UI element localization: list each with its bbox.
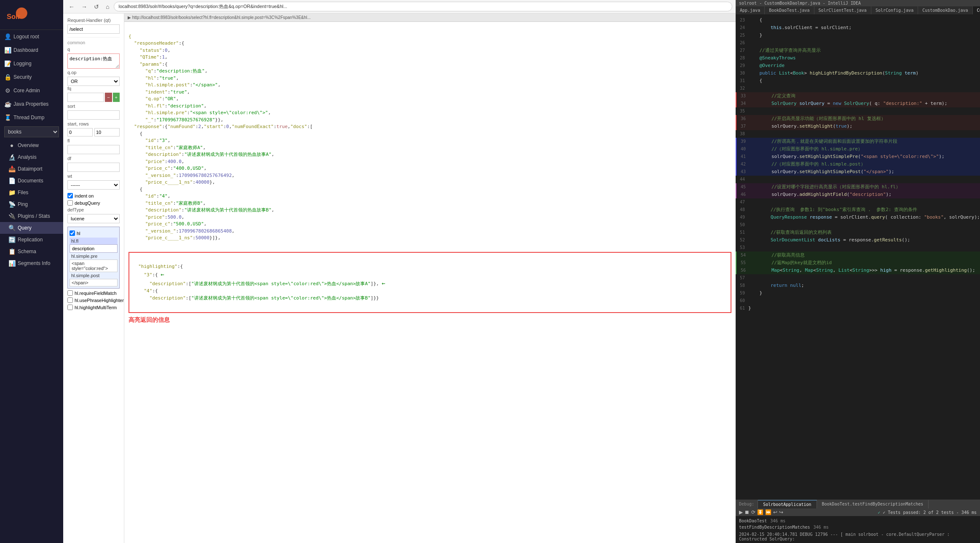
- test-result-time-2: 346 ms: [814, 525, 829, 530]
- sidebar-item-java-props[interactable]: ☕ Java Properties: [0, 97, 63, 111]
- sidebar-item-files[interactable]: 📁 Files: [0, 187, 63, 198]
- hl-description-input[interactable]: description: [70, 244, 118, 253]
- sidebar-item-dashboard[interactable]: 📊 Dashboard: [0, 43, 63, 57]
- indent-checkbox[interactable]: [67, 193, 73, 198]
- q-label: q: [67, 47, 120, 52]
- sidebar-item-segments-label: Segments Info: [18, 260, 50, 266]
- sidebar-item-security[interactable]: 🔒 Security: [0, 70, 63, 84]
- ide-title: solroot - CustomBookDaolmpr.java - Intel…: [739, 1, 861, 5]
- sidebar-item-query[interactable]: 🔍 Query: [0, 222, 63, 234]
- analysis-icon: 🔬: [8, 154, 15, 160]
- sidebar-item-replication[interactable]: 🔄 Replication: [0, 234, 63, 246]
- sidebar-item-thread-dump[interactable]: 🧵 Thread Dump: [0, 111, 63, 124]
- address-bar[interactable]: localhost:8983/solr/#/books/query?q=desc…: [114, 2, 732, 11]
- nav-home-button[interactable]: ⌂: [104, 3, 111, 11]
- sidebar-item-overview[interactable]: ● Overview: [0, 139, 63, 151]
- ide-tab-custombookdao[interactable]: CustomBookDao.java: [918, 6, 972, 14]
- code-line-50: 50: [736, 221, 980, 229]
- hl-phrase-checkbox[interactable]: [67, 297, 73, 303]
- core-admin-icon: ⚙: [4, 87, 11, 94]
- query-sidebar: Request-Handler (qt) common q descriptio…: [63, 13, 124, 543]
- sidebar-item-java-props-label: Java Properties: [13, 101, 48, 107]
- debug-step-into-btn[interactable]: ⏩: [765, 509, 771, 515]
- debug-tab-bookdao[interactable]: BookDaoTest.testFindByDescriptionMatches: [817, 500, 929, 508]
- sidebar-item-logout[interactable]: 👤 Logout root: [0, 30, 63, 43]
- sort-input[interactable]: [67, 110, 120, 120]
- common-section-label: common: [67, 37, 120, 45]
- debug-stop-btn[interactable]: ⏹: [744, 509, 750, 515]
- code-line-44: 44: [736, 176, 980, 183]
- ide-file-tabs: App.java BookDaoTest.java SolrClientTest…: [736, 6, 980, 14]
- df-input[interactable]: [67, 163, 120, 172]
- sidebar-item-files-label: Files: [18, 190, 28, 195]
- fq-input[interactable]: [67, 93, 104, 102]
- test-status: ✓ ✓ Tests passed: 2 of 2 tests - 346 ms: [878, 510, 977, 515]
- handler-input[interactable]: [67, 24, 120, 34]
- code-line-42: 42 //（对应图形界面中的 hl.simple.post）: [736, 160, 980, 168]
- code-line-60: 60: [736, 297, 980, 305]
- highlight-label: 高亮返回的信息: [129, 316, 731, 324]
- response-container: ▶ http://localhost:8983/solr/books/selec…: [124, 13, 736, 543]
- fq-remove-button[interactable]: −: [105, 93, 112, 102]
- sidebar-item-documents[interactable]: 📄 Documents: [0, 175, 63, 187]
- debug-tab-solrboot[interactable]: SolrbootApplication: [758, 500, 817, 508]
- code-line-32: 32: [736, 85, 980, 92]
- ide-tab-solrconfig[interactable]: SolrConfig.java: [871, 6, 918, 14]
- q-input[interactable]: description:热血: [67, 53, 120, 69]
- fq-add-button[interactable]: +: [113, 93, 120, 102]
- code-line-26: 26: [736, 39, 980, 47]
- response-url-bar: ▶ http://localhost:8983/solr/books/selec…: [124, 13, 736, 22]
- sidebar-item-analysis-label: Analysis: [18, 154, 37, 160]
- hl-multi-checkbox[interactable]: [67, 305, 73, 310]
- ide-tab-custombookdaoimpl[interactable]: CustomBookDaolmpr...: [973, 6, 980, 14]
- main-content: ← → ↺ ⌂ localhost:8983/solr/#/books/quer…: [63, 0, 736, 543]
- sidebar-logo: Solr: [0, 0, 63, 30]
- json-response: { "responseHeader":{ "status":0, "QTime"…: [129, 26, 731, 249]
- debug-resume-btn[interactable]: ↪: [779, 509, 783, 515]
- test-result-name-2: testFindByDescriptionMatches: [739, 525, 810, 530]
- hl-row: hl: [70, 230, 118, 236]
- core-selector[interactable]: books: [4, 126, 59, 137]
- nav-back-button[interactable]: ←: [67, 3, 77, 11]
- ide-tab-app[interactable]: App.java: [736, 6, 765, 14]
- fl-input[interactable]: [67, 145, 120, 154]
- ide-tab-solrclienttest[interactable]: SolrClientTest.java: [814, 6, 871, 14]
- wt-label: wt: [67, 174, 120, 179]
- ide-tab-bookdaotest[interactable]: BookDaoTest.java: [765, 6, 814, 14]
- debug-query-checkbox[interactable]: [67, 200, 73, 206]
- dashboard-icon: 📊: [4, 47, 11, 53]
- hl-simple-post-value[interactable]: </span>: [70, 279, 118, 286]
- rows-input[interactable]: [94, 128, 120, 136]
- hl-require-checkbox[interactable]: [67, 290, 73, 296]
- ide-code-area[interactable]: 23 { 24 this.solrClient = solrClient; 25…: [736, 14, 980, 500]
- nav-forward-button[interactable]: →: [79, 3, 89, 11]
- sidebar-item-core-admin[interactable]: ⚙ Core Admin: [0, 84, 63, 97]
- code-line-35: 35: [736, 107, 980, 115]
- q-op-label: q.op: [67, 70, 120, 75]
- documents-icon: 📄: [8, 177, 15, 184]
- q-op-select[interactable]: OR AND: [67, 77, 120, 86]
- debug-step-over-btn[interactable]: ⏬: [757, 509, 763, 515]
- sidebar-item-logging[interactable]: 📝 Logging: [0, 57, 63, 70]
- hl-simple-pre-value[interactable]: <span style="color:red">: [70, 259, 118, 272]
- debug-step-out-btn[interactable]: ↩: [773, 509, 777, 515]
- debug-restart-btn[interactable]: ⟳: [751, 509, 755, 515]
- nav-refresh-button[interactable]: ↺: [92, 3, 101, 11]
- deftype-select[interactable]: lucene: [67, 214, 120, 223]
- sidebar-item-schema[interactable]: 📋 Schema: [0, 246, 63, 257]
- start-input[interactable]: [67, 128, 93, 136]
- sidebar-item-ping[interactable]: 📡 Ping: [0, 198, 63, 210]
- code-line-29: 29 @Override: [736, 62, 980, 70]
- response-area[interactable]: { "responseHeader":{ "status":0, "QTime"…: [124, 22, 736, 543]
- test-pass-icon: ✓: [878, 510, 880, 515]
- hl-fl-label: hl.fl: [71, 238, 78, 243]
- sidebar-item-plugins[interactable]: 🔌 Plugins / Stats: [0, 210, 63, 222]
- debug-run-btn[interactable]: ▶: [739, 509, 743, 515]
- hl-multi-label: hl.highlightMultiTerm: [75, 305, 117, 310]
- sidebar-item-segments[interactable]: 📊 Segments Info: [0, 257, 63, 269]
- sidebar-item-dataimport[interactable]: 📥 Dataimport: [0, 163, 63, 175]
- hl-checkbox[interactable]: [70, 230, 75, 236]
- wt-select[interactable]: ------: [67, 180, 120, 190]
- highlighting-json: "highlighting":{ "3":{ ← "description":[…: [133, 256, 727, 309]
- sidebar-item-analysis[interactable]: 🔬 Analysis: [0, 151, 63, 163]
